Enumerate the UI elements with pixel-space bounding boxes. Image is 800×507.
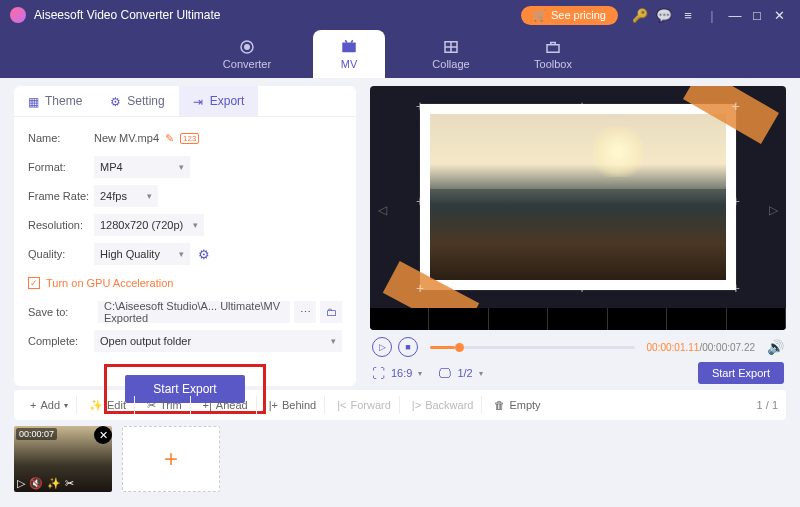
forward-icon: |<: [337, 399, 346, 411]
ahead-icon: +|: [203, 399, 212, 411]
resolution-select[interactable]: 1280x720 (720p): [94, 214, 204, 236]
name-label: Name:: [28, 132, 94, 144]
app-title: Aiseesoft Video Converter Ultimate: [34, 8, 221, 22]
page-indicator: 1/2: [457, 367, 472, 379]
preview-area[interactable]: +++ ++ +++ ◁ ▷: [370, 86, 786, 330]
empty-button[interactable]: 🗑Empty: [486, 396, 548, 414]
scissors-icon: ✂: [147, 399, 156, 412]
clip-thumbnail[interactable]: 00:00:07 ✕ ▷ 🔇 ✨ ✂: [14, 426, 112, 492]
grid-icon: ▦: [28, 95, 40, 107]
cart-icon: 🛒: [533, 9, 547, 22]
trim-clip-icon[interactable]: ✂: [65, 477, 74, 490]
plus-icon: +: [30, 399, 36, 411]
tab-mv[interactable]: MV: [313, 30, 385, 78]
complete-select[interactable]: Open output folder: [94, 330, 342, 352]
aspect-label: 16:9: [391, 367, 412, 379]
gpu-checkbox[interactable]: ✓ Turn on GPU Acceleration: [28, 272, 342, 294]
sub-tabs: ▦Theme ⚙Setting ⇥Export: [14, 86, 356, 117]
prev-clip-icon[interactable]: ◁: [378, 203, 387, 217]
clip-page-indicator: 1 / 1: [757, 399, 778, 411]
tab-converter[interactable]: Converter: [211, 30, 283, 78]
tab-mv-label: MV: [341, 58, 358, 70]
pricing-label: See pricing: [551, 9, 606, 21]
gpu-label: Turn on GPU Acceleration: [46, 277, 173, 289]
feedback-icon[interactable]: 💬: [656, 7, 672, 23]
time-display: 00:00:01.11/00:00:07.22: [647, 342, 755, 353]
open-folder-button[interactable]: 🗀: [320, 301, 342, 323]
close-button[interactable]: ✕: [768, 8, 790, 23]
subtab-setting[interactable]: ⚙Setting: [96, 86, 178, 116]
behind-button[interactable]: |+Behind: [261, 396, 326, 414]
subtab-export[interactable]: ⇥Export: [179, 86, 259, 116]
remove-clip-icon[interactable]: ✕: [94, 426, 112, 444]
rename-badge-icon[interactable]: 123: [180, 133, 199, 144]
export-icon: ⇥: [193, 95, 205, 107]
chevron-down-icon: ▾: [64, 401, 68, 410]
forward-button[interactable]: |<Forward: [329, 396, 400, 414]
play-clip-icon[interactable]: ▷: [17, 477, 25, 490]
complete-label: Complete:: [28, 335, 94, 347]
key-icon[interactable]: 🔑: [632, 7, 648, 23]
backward-icon: |>: [412, 399, 421, 411]
saveto-path[interactable]: C:\Aiseesoft Studio\A... Ultimate\MV Exp…: [98, 301, 290, 323]
svg-rect-2: [342, 43, 356, 53]
preview-frame: [420, 104, 736, 290]
framerate-label: Frame Rate:: [28, 190, 94, 202]
resolution-label: Resolution:: [28, 219, 94, 231]
aspect-dropdown-icon[interactable]: ▾: [418, 369, 422, 378]
menu-icon[interactable]: ≡: [680, 7, 696, 23]
quality-select[interactable]: High Quality: [94, 243, 190, 265]
pencil-icon[interactable]: ✎: [165, 132, 174, 145]
gear-icon: ⚙: [110, 95, 122, 107]
format-label: Format:: [28, 161, 94, 173]
export-panel: ▦Theme ⚙Setting ⇥Export Name: New MV.mp4…: [14, 86, 356, 386]
quality-label: Quality:: [28, 248, 94, 260]
browse-button[interactable]: ⋯: [294, 301, 316, 323]
format-select[interactable]: MP4: [94, 156, 190, 178]
name-value: New MV.mp4: [94, 132, 159, 144]
edit-clip-icon[interactable]: ✨: [47, 477, 61, 490]
mute-clip-icon[interactable]: 🔇: [29, 477, 43, 490]
play-button[interactable]: ▷: [372, 337, 392, 357]
tab-toolbox[interactable]: Toolbox: [517, 30, 589, 78]
tab-collage[interactable]: Collage: [415, 30, 487, 78]
screen-icon[interactable]: 🖵: [438, 366, 451, 381]
wand-icon: ✨: [89, 399, 103, 412]
checkbox-icon: ✓: [28, 277, 40, 289]
app-logo: [10, 7, 26, 23]
volume-icon[interactable]: 🔊: [767, 339, 784, 355]
add-clip-button[interactable]: +: [122, 426, 220, 492]
ahead-button[interactable]: +|Ahead: [195, 396, 257, 414]
seek-slider[interactable]: [430, 346, 635, 349]
behind-icon: |+: [269, 399, 278, 411]
next-clip-icon[interactable]: ▷: [769, 203, 778, 217]
stop-button[interactable]: ■: [398, 337, 418, 357]
maximize-button[interactable]: □: [746, 8, 768, 23]
trim-button[interactable]: ✂Trim: [139, 396, 191, 415]
crop-icon[interactable]: ⛶: [372, 366, 385, 381]
backward-button[interactable]: |>Backward: [404, 396, 483, 414]
framerate-select[interactable]: 24fps: [94, 185, 158, 207]
svg-rect-4: [547, 45, 559, 53]
title-bar: Aiseesoft Video Converter Ultimate 🛒 See…: [0, 0, 800, 30]
svg-point-1: [245, 45, 250, 50]
add-button[interactable]: +Add▾: [22, 396, 77, 414]
subtab-theme[interactable]: ▦Theme: [14, 86, 96, 116]
tab-converter-label: Converter: [223, 58, 271, 70]
clips-tray: 00:00:07 ✕ ▷ 🔇 ✨ ✂ +: [14, 426, 786, 498]
minimize-button[interactable]: —: [724, 8, 746, 23]
clip-duration: 00:00:07: [16, 428, 57, 440]
tab-toolbox-label: Toolbox: [534, 58, 572, 70]
main-tabs: Converter MV Collage Toolbox: [0, 30, 800, 78]
page-dropdown-icon[interactable]: ▾: [479, 369, 483, 378]
divider-icon: |: [704, 7, 720, 23]
settings-gear-icon[interactable]: ⚙: [198, 247, 210, 262]
timeline-strip[interactable]: [370, 308, 786, 330]
trash-icon: 🗑: [494, 399, 505, 411]
edit-button[interactable]: ✨Edit: [81, 396, 135, 415]
start-export-button-2[interactable]: Start Export: [698, 362, 784, 384]
see-pricing-button[interactable]: 🛒 See pricing: [521, 6, 618, 25]
saveto-label: Save to:: [28, 306, 94, 318]
tab-collage-label: Collage: [432, 58, 469, 70]
